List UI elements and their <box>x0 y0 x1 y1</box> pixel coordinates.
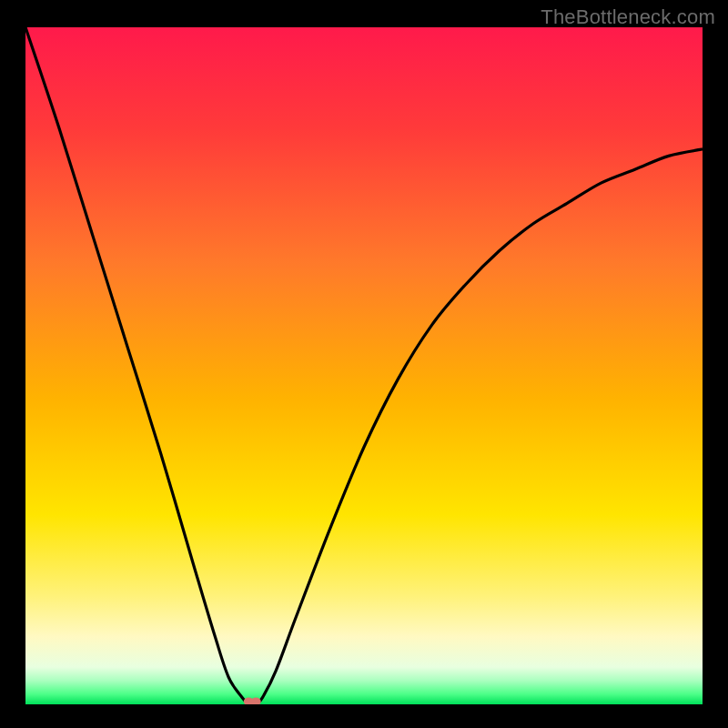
chart-plot-area <box>25 27 703 704</box>
chart-svg <box>25 27 703 704</box>
watermark-label: TheBottleneck.com <box>541 5 715 29</box>
chart-frame: TheBottleneck.com <box>0 0 728 728</box>
chart-background <box>25 27 703 704</box>
